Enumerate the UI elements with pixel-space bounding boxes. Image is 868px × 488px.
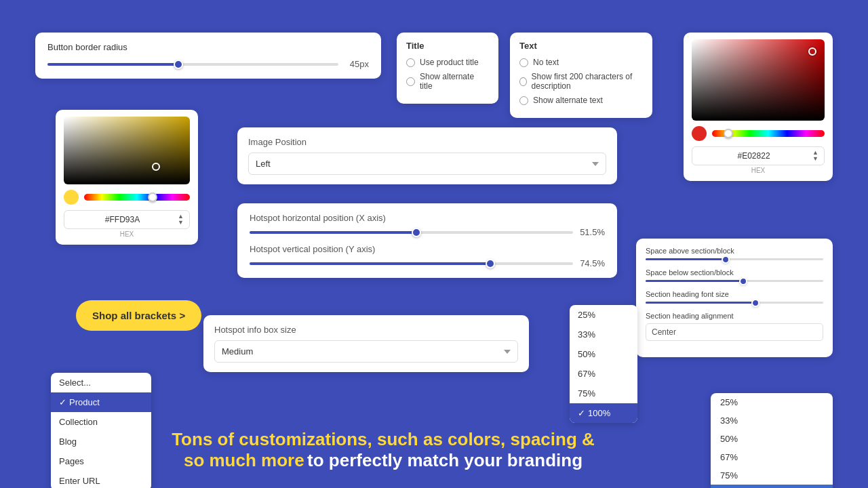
image-position-label: Image Position [248, 137, 606, 147]
hotspot-size-select[interactable]: Small Medium Large [214, 340, 518, 363]
hex-spinner-yellow[interactable]: ▲ ▼ [178, 214, 184, 226]
hex-label-yellow: HEX [64, 230, 190, 238]
hue-bar-yellow[interactable] [84, 194, 190, 201]
heading-size-fill [646, 302, 755, 304]
pct-50[interactable]: 50% [570, 344, 637, 364]
bottom-text-line2: so much more to perfectly match your bra… [156, 450, 610, 471]
pct2-33[interactable]: 33% [711, 411, 833, 430]
pct-100[interactable]: ✓ 100% [570, 403, 637, 423]
pct2-50[interactable]: 50% [711, 430, 833, 448]
radio-circle-1 [406, 58, 415, 67]
spacing-below-thumb [739, 277, 747, 285]
title-option-2[interactable]: Show alternate title [406, 72, 489, 91]
pct-33[interactable]: 33% [570, 325, 637, 344]
text-option-2-label: Show first 200 characters of description [532, 72, 643, 91]
hotspot-h-fill [250, 231, 416, 234]
text-option-1-label: No text [533, 58, 559, 67]
color-gradient-red[interactable] [692, 39, 825, 121]
hex-down-red[interactable]: ▼ [812, 156, 818, 162]
color-gradient-yellow[interactable] [64, 117, 190, 184]
spacing-above-thumb [722, 256, 730, 264]
heading-size-track[interactable] [646, 302, 823, 304]
image-position-select[interactable]: Left Right Center [248, 152, 606, 175]
hotspot-h-label: Hotspot horizontal position (X axis) [250, 213, 605, 223]
color-picker-red: ▲ ▼ HEX [684, 33, 833, 181]
hotspot-size-label: Hotspot info box size [214, 325, 518, 335]
border-radius-slider-track[interactable] [47, 63, 338, 66]
text-radio-1 [519, 58, 528, 67]
pct2-67[interactable]: 67% [711, 448, 833, 466]
text-option-3-label: Show alternate text [533, 96, 603, 105]
title-option-1[interactable]: Use product title [406, 58, 489, 67]
hex-input-red[interactable] [698, 151, 810, 161]
border-radius-fill [47, 63, 178, 66]
hotspot-v-thumb [486, 259, 495, 268]
bottom-text-yellow2: so much more [184, 450, 304, 470]
select-enter-url[interactable]: Enter URL [51, 471, 151, 488]
spacing-above-label: Space above section/block [646, 247, 823, 255]
bottom-text-line1: Tons of customizations, such as colors, … [156, 429, 610, 450]
pct2-25[interactable]: 25% [711, 393, 833, 411]
radio-circle-2 [406, 77, 415, 86]
heading-align-label: Section heading alignment [646, 312, 823, 320]
hue-thumb-red [724, 129, 733, 138]
title-option-2-label: Show alternate title [420, 72, 489, 91]
select-blog[interactable]: Blog [51, 432, 151, 451]
hotspot-v-value: 74.5% [580, 258, 605, 268]
pct2-75[interactable]: 75% [711, 466, 833, 485]
bottom-text-white: to perfectly match your branding [307, 450, 583, 470]
hue-thumb-yellow [148, 192, 157, 202]
hue-bar-red[interactable] [712, 130, 825, 137]
bottom-text-container: Tons of customizations, such as colors, … [156, 429, 610, 471]
spacing-above-track[interactable] [646, 258, 823, 260]
spacing-below-track[interactable] [646, 280, 823, 282]
heading-size-label: Section heading font size [646, 290, 823, 298]
bottom-text-yellow1: Tons of customizations, such as colors, … [172, 429, 595, 449]
pct-25[interactable]: 25% [570, 305, 637, 325]
text-radio-2 [519, 77, 527, 86]
border-radius-label: Button border radius [47, 42, 369, 52]
select-collection[interactable]: Collection [51, 412, 151, 432]
color-swatch-yellow [64, 190, 79, 205]
percentage-dropdown-1: 25% 33% 50% 67% 75% ✓ 100% [570, 305, 637, 423]
dropdown-select-menu: Select... ✓ Product Collection Blog Page… [51, 373, 151, 488]
text-card: Text No text Show first 200 characters o… [510, 33, 652, 118]
hex-spinner-red[interactable]: ▲ ▼ [812, 150, 818, 162]
color-swatch-red [692, 126, 707, 141]
hex-input-yellow[interactable] [70, 215, 175, 224]
text-radio-3 [519, 96, 528, 105]
spacing-below-fill [646, 280, 743, 282]
select-placeholder[interactable]: Select... [51, 373, 151, 392]
hex-input-container-red: ▲ ▼ [692, 146, 825, 165]
border-radius-value: 45px [345, 59, 369, 69]
border-radius-card: Button border radius 45px [35, 33, 381, 79]
hotspot-v-label: Hotspot vertical position (Y axis) [250, 244, 605, 254]
select-pages[interactable]: Pages [51, 451, 151, 471]
border-radius-thumb [174, 60, 183, 69]
pct-67[interactable]: 67% [570, 364, 637, 384]
title-option-1-label: Use product title [420, 58, 479, 67]
color-picker-yellow: ▲ ▼ HEX [56, 110, 198, 245]
pct-75[interactable]: 75% [570, 384, 637, 403]
percentage-dropdown-2: 25% 33% 50% 67% 75% ✓ 100% [711, 393, 833, 488]
hotspot-v-fill [250, 262, 490, 265]
hotspot-v-slider[interactable] [250, 262, 573, 265]
color-cursor-yellow [152, 163, 160, 171]
shop-all-brackets-button[interactable]: Shop all brackets > [76, 300, 201, 331]
title-card-label: Title [406, 41, 489, 51]
heading-size-thumb [751, 299, 760, 307]
hotspot-h-slider[interactable] [250, 231, 573, 234]
check-icon: ✓ [59, 397, 66, 407]
select-product[interactable]: ✓ Product [51, 392, 151, 412]
title-card: Title Use product title Show alternate t… [397, 33, 498, 104]
hex-down-yellow[interactable]: ▼ [178, 220, 184, 226]
text-option-1[interactable]: No text [519, 58, 643, 67]
heading-align-input[interactable] [646, 323, 823, 341]
text-option-2[interactable]: Show first 200 characters of description [519, 72, 643, 91]
text-card-label: Text [519, 41, 643, 51]
pct-100-label: 100% [588, 408, 610, 418]
image-position-card: Image Position Left Right Center [237, 127, 617, 184]
hex-label-red: HEX [692, 167, 825, 174]
text-option-3[interactable]: Show alternate text [519, 96, 643, 105]
pct2-100[interactable]: ✓ 100% [711, 485, 833, 488]
